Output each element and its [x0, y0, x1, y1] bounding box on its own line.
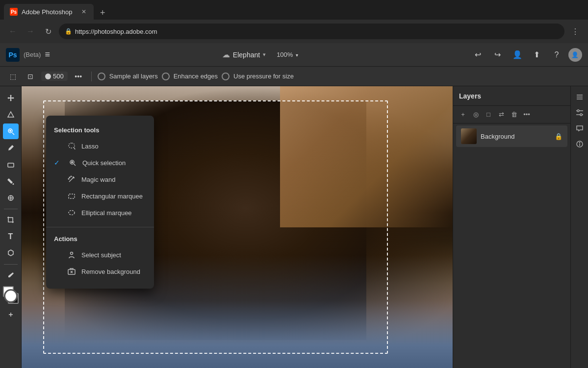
move-tool-button[interactable]	[3, 90, 19, 106]
layer-mask-button[interactable]: ◎	[470, 109, 482, 121]
lock-icon: 🔒	[65, 28, 72, 35]
layer-group-button[interactable]: ⇄	[495, 109, 507, 121]
marquee-subtract-button[interactable]: ⊡	[24, 70, 37, 83]
layer-item[interactable]: Background 🔒	[456, 125, 567, 147]
resize-tool-button[interactable]	[3, 307, 19, 322]
elliptical-marquee-item[interactable]: Elliptical marquee	[46, 204, 154, 221]
back-button[interactable]: ←	[6, 25, 20, 38]
layers-panel-header: Layers	[453, 86, 570, 106]
layers-panel-title: Layers	[459, 92, 564, 100]
lasso-tool-item[interactable]: Lasso	[46, 138, 154, 154]
quick-selection-icon	[68, 158, 77, 168]
beta-label: (Beta)	[24, 51, 41, 58]
brush-size-control[interactable]: 500	[41, 72, 68, 81]
rect-marquee-icon	[67, 191, 77, 201]
quick-selection-check: ✓	[54, 159, 62, 167]
svg-point-33	[580, 114, 582, 116]
undo-button[interactable]: ↩	[470, 47, 486, 63]
enhance-edges-toggle[interactable]	[162, 73, 170, 80]
actions-title: Actions	[46, 233, 154, 246]
tab-close-button[interactable]: ✕	[80, 8, 88, 16]
url-bar[interactable]: 🔒 https://photoshop.adobe.com	[59, 24, 564, 39]
remove-background-item[interactable]: Remove background	[46, 263, 154, 280]
magic-wand-item[interactable]: Magic wand	[46, 171, 154, 188]
app-header: Ps (Beta) ≡ ☁ Elephant ▾ 100% ▾ ↩ ↪ 👤 ⬆ …	[0, 43, 588, 67]
add-layer-button[interactable]: +	[457, 109, 469, 121]
help-button[interactable]: ?	[549, 47, 564, 63]
paint-bucket-button[interactable]	[3, 173, 19, 189]
properties-button[interactable]	[573, 90, 587, 104]
info-button[interactable]	[573, 137, 587, 151]
adjustments-button[interactable]	[573, 106, 587, 120]
layer-more-button[interactable]: •••	[521, 109, 533, 121]
forward-button[interactable]: →	[24, 25, 37, 38]
shape-tool-button[interactable]	[3, 107, 19, 123]
svg-point-19	[71, 176, 72, 177]
svg-point-38	[579, 143, 580, 143]
svg-rect-4	[8, 163, 14, 167]
smart-object-button[interactable]	[3, 245, 19, 261]
svg-line-14	[69, 178, 73, 182]
active-tab[interactable]: Ps Adobe Photoshop ✕	[4, 4, 94, 20]
layer-lock-icon: 🔒	[555, 133, 562, 140]
layers-toolbar: + ◎ □ ⇄ 🗑 •••	[453, 106, 570, 123]
redo-button[interactable]: ↪	[490, 47, 506, 63]
svg-point-2	[9, 130, 11, 132]
lasso-icon	[67, 141, 77, 151]
browser-menu-button[interactable]: ⋮	[568, 25, 582, 38]
delete-layer-button[interactable]: 🗑	[508, 109, 520, 121]
enhance-edges-label: Enhance edges	[174, 73, 218, 80]
sample-layers-label: Sample all layers	[109, 73, 158, 80]
marquee-add-button[interactable]: ⬚	[6, 70, 20, 83]
svg-point-20	[68, 178, 69, 179]
chat-button[interactable]	[573, 122, 587, 135]
rectangular-marquee-item[interactable]: Rectangular marquee	[46, 188, 154, 204]
lasso-label: Lasso	[81, 143, 99, 150]
more-options-button[interactable]: •••	[72, 70, 85, 83]
eraser-tool-button[interactable]	[3, 157, 19, 172]
share-button[interactable]: ⬆	[529, 47, 545, 63]
tool-separator-2	[4, 264, 18, 265]
sample-layers-toggle[interactable]	[98, 73, 105, 80]
hamburger-menu-button[interactable]: ≡	[45, 49, 50, 60]
new-tab-button[interactable]: +	[96, 6, 109, 20]
layers-panel: Layers + ◎ □ ⇄ 🗑 ••• Background 🔒	[453, 86, 570, 368]
select-subject-item[interactable]: Select subject	[46, 246, 154, 263]
crop-tool-button[interactable]	[3, 212, 19, 228]
actions-section: Actions Select subject	[46, 230, 154, 283]
title-chevron-icon[interactable]: ▾	[263, 51, 266, 58]
svg-point-22	[69, 211, 75, 215]
magic-wand-icon	[67, 174, 77, 184]
toolbar-divider	[91, 72, 92, 81]
rock-background	[280, 86, 453, 227]
zoom-display[interactable]: 100% ▾	[277, 51, 298, 58]
layer-thumbnail	[461, 128, 477, 144]
layer-style-button[interactable]: □	[483, 109, 494, 121]
brush-tool-button[interactable]	[3, 140, 19, 156]
select-subject-label: Select subject	[81, 251, 121, 259]
type-tool-button[interactable]: T	[3, 229, 19, 245]
quick-selection-item[interactable]: ✓ Quick selection	[46, 154, 154, 171]
canvas-area[interactable]: Selection tools Lasso ✓	[22, 86, 453, 368]
profile-button[interactable]: 👤	[510, 47, 525, 63]
header-actions: ↩ ↪ 👤 ⬆ ? 👤	[470, 47, 582, 63]
selection-tools-section: Selection tools Lasso ✓	[46, 122, 154, 224]
selection-tools-title: Selection tools	[46, 124, 154, 138]
svg-point-18	[69, 177, 70, 178]
tab-bar: Ps Adobe Photoshop ✕ +	[0, 0, 588, 20]
pressure-toggle[interactable]	[222, 73, 230, 80]
eyedropper-button[interactable]	[3, 268, 19, 283]
address-bar: ← → ↻ 🔒 https://photoshop.adobe.com ⋮	[0, 20, 588, 43]
url-text: https://photoshop.adobe.com	[75, 28, 157, 35]
color-swatches[interactable]	[3, 286, 19, 304]
options-toolbar: ⬚ ⊡ 500 ••• Sample all layers Enhance ed…	[0, 67, 588, 86]
tool-panel-dropdown: Selection tools Lasso ✓	[46, 116, 154, 289]
reload-button[interactable]: ↻	[41, 25, 55, 38]
avatar[interactable]: 👤	[568, 48, 582, 62]
clone-stamp-button[interactable]	[3, 190, 19, 206]
quick-selection-tool-button[interactable]	[3, 123, 19, 139]
ellip-marquee-icon	[67, 208, 77, 218]
svg-marker-0	[8, 112, 14, 117]
tool-separator	[4, 209, 18, 209]
foreground-circle[interactable]	[4, 289, 18, 303]
